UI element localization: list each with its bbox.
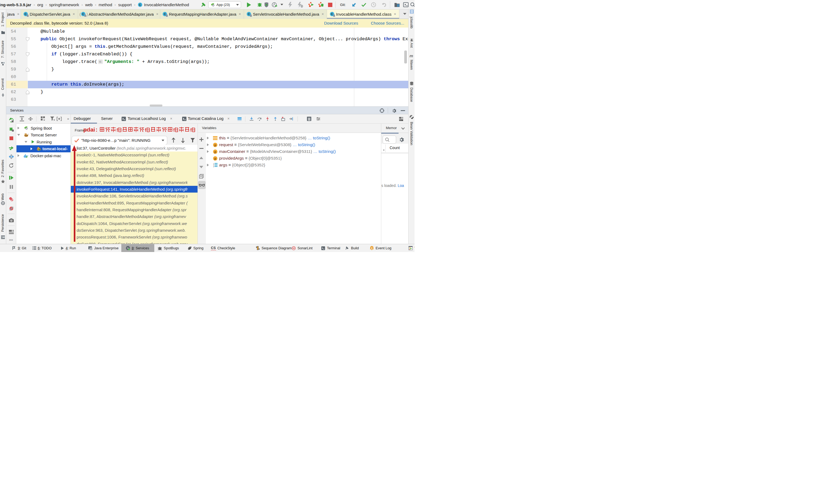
svg-text:8: 8 xyxy=(371,247,373,249)
svg-text:p: p xyxy=(214,143,216,146)
svg-text:p: p xyxy=(214,150,216,153)
svg-text:3: 3 xyxy=(213,166,214,167)
svg-text:p: p xyxy=(214,157,216,160)
svg-text:EE: EE xyxy=(90,248,92,250)
svg-text:C: C xyxy=(139,3,141,6)
